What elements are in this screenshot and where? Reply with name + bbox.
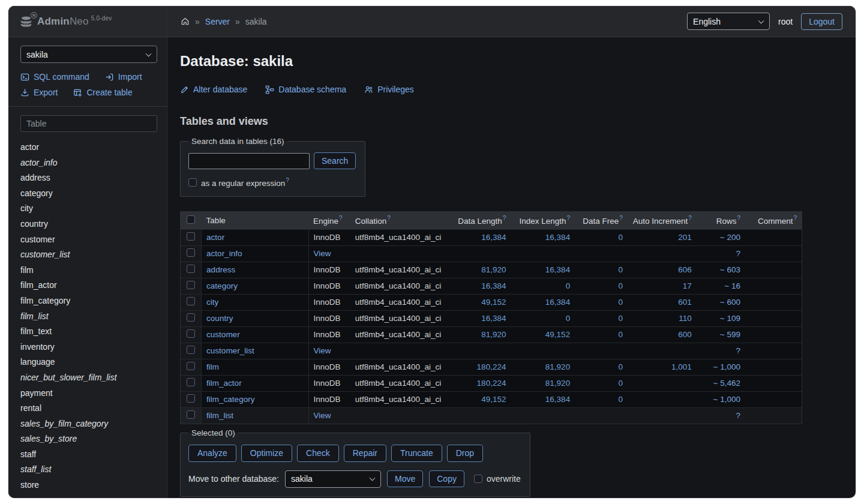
sidebar-table-link[interactable]: city	[20, 201, 157, 217]
table-name-link[interactable]: country	[206, 314, 233, 323]
sidebar-table-link[interactable]: language	[20, 355, 157, 370]
copy-button[interactable]: Copy	[429, 470, 464, 487]
table-name-link[interactable]: category	[206, 281, 238, 290]
operation-button[interactable]: Truncate	[391, 445, 442, 462]
sidebar-table-link[interactable]: film_actor	[20, 278, 157, 293]
help-icon[interactable]: ?	[387, 215, 391, 221]
auto-increment-cell	[628, 343, 697, 359]
table-name-link[interactable]: address	[206, 265, 235, 274]
rows-count-link[interactable]: ~ 599	[720, 330, 740, 339]
table-name-link[interactable]: actor	[206, 233, 224, 242]
sidebar-table-link[interactable]: staff_list	[20, 462, 157, 478]
logout-button[interactable]: Logout	[801, 13, 842, 30]
breadcrumb-server-link[interactable]: Server	[205, 17, 230, 26]
help-icon[interactable]: ?	[339, 215, 343, 221]
operation-button[interactable]: Analyze	[188, 445, 236, 462]
export-link[interactable]: Export	[20, 88, 58, 97]
database-schema-link[interactable]: Database schema	[265, 85, 346, 94]
language-select[interactable]: English	[687, 13, 770, 30]
table-name-link[interactable]: film_list	[206, 411, 233, 420]
row-checkbox[interactable]	[187, 410, 195, 419]
operation-button[interactable]: Drop	[447, 445, 483, 462]
sidebar-table-link[interactable]: staff	[20, 447, 157, 463]
privileges-link[interactable]: Privileges	[364, 85, 414, 94]
sidebar-table-link[interactable]: film	[20, 263, 157, 278]
table-name-link[interactable]: actor_info	[206, 249, 242, 258]
sidebar-table-link[interactable]: actor_info	[20, 155, 157, 171]
sidebar-table-link[interactable]: payment	[20, 386, 157, 401]
row-checkbox[interactable]	[187, 329, 195, 338]
engine-value: View	[314, 411, 331, 420]
sidebar-table-link[interactable]: sales_by_film_category	[20, 416, 157, 432]
index-length-cell: 16,384	[511, 294, 575, 310]
row-checkbox[interactable]	[187, 378, 195, 386]
help-icon[interactable]: ?	[793, 215, 797, 221]
sidebar-table-link[interactable]: film_category	[20, 293, 157, 309]
help-icon[interactable]: ?	[688, 215, 692, 221]
sidebar-table-link[interactable]: actor	[20, 140, 157, 155]
row-checkbox[interactable]	[187, 248, 195, 257]
row-checkbox[interactable]	[187, 232, 195, 241]
table-name-link[interactable]: film	[206, 362, 219, 371]
sidebar-table-link[interactable]: category	[20, 186, 157, 202]
sidebar-table-link[interactable]: inventory	[20, 340, 157, 355]
operation-button[interactable]: Check	[297, 445, 339, 462]
operation-button[interactable]: Repair	[344, 445, 386, 462]
search-input[interactable]	[188, 153, 310, 169]
index-length-cell	[511, 407, 575, 424]
select-all-checkbox[interactable]	[187, 215, 195, 224]
sidebar-table-link[interactable]: sales_by_store	[20, 431, 157, 447]
table-filter-input[interactable]	[20, 115, 157, 132]
sidebar-table-link[interactable]: film_list	[20, 309, 157, 325]
sidebar-table-link[interactable]: customer	[20, 232, 157, 248]
sidebar-table-link[interactable]: customer_list	[20, 247, 157, 263]
help-icon[interactable]: ?	[286, 177, 289, 184]
data-free-cell: 0	[575, 310, 628, 326]
rows-count-link[interactable]: ~ 600	[720, 298, 740, 307]
rows-count-link[interactable]: ~ 1,000	[713, 395, 740, 404]
row-checkbox[interactable]	[187, 281, 195, 289]
alter-database-link[interactable]: Alter database	[180, 85, 247, 94]
row-checkbox[interactable]	[187, 265, 195, 273]
home-icon[interactable]	[181, 17, 190, 26]
operation-button[interactable]: Optimize	[241, 445, 292, 462]
sql-command-link[interactable]: SQL command	[20, 72, 89, 82]
row-checkbox[interactable]	[187, 313, 195, 322]
table-name-link[interactable]: customer_list	[206, 346, 254, 355]
help-icon[interactable]: ?	[503, 215, 506, 221]
rows-count-link[interactable]: ?	[736, 346, 740, 355]
help-icon[interactable]: ?	[619, 215, 623, 221]
table-name-link[interactable]: film_actor	[206, 379, 242, 388]
sidebar-table-link[interactable]: country	[20, 217, 157, 232]
sidebar-table-link[interactable]: rental	[20, 401, 157, 416]
rows-count-link[interactable]: ~ 5,462	[713, 379, 740, 388]
rows-count-link[interactable]: ~ 109	[720, 314, 740, 323]
move-button[interactable]: Move	[387, 470, 423, 487]
sidebar-table-link[interactable]: nicer_but_slower_film_list	[20, 370, 157, 386]
search-button[interactable]: Search	[314, 152, 356, 169]
regex-checkbox[interactable]	[188, 178, 197, 187]
sidebar-table-link[interactable]: address	[20, 170, 157, 186]
database-select[interactable]: sakila	[20, 46, 157, 63]
rows-count-link[interactable]: ~ 603	[720, 265, 740, 274]
row-checkbox[interactable]	[187, 362, 195, 370]
import-link[interactable]: Import	[105, 72, 142, 82]
rows-count-link[interactable]: ?	[736, 249, 740, 258]
rows-count-link[interactable]: ~ 16	[724, 281, 740, 290]
rows-count-link[interactable]: ~ 200	[720, 233, 740, 242]
overwrite-checkbox[interactable]	[474, 475, 482, 483]
help-icon[interactable]: ?	[567, 215, 571, 221]
table-name-link[interactable]: film_category	[206, 395, 254, 404]
row-checkbox[interactable]	[187, 394, 195, 403]
sidebar-table-link[interactable]: store	[20, 478, 157, 493]
rows-count-link[interactable]: ?	[736, 411, 740, 420]
row-checkbox[interactable]	[187, 297, 195, 305]
create-table-link[interactable]: Create table	[73, 88, 132, 97]
sidebar-table-link[interactable]: film_text	[20, 324, 157, 340]
move-database-select[interactable]: sakila	[285, 470, 381, 488]
table-name-link[interactable]: city	[206, 298, 218, 307]
row-checkbox[interactable]	[187, 346, 195, 354]
table-name-link[interactable]: customer	[206, 330, 240, 339]
help-icon[interactable]: ?	[737, 215, 740, 221]
rows-count-link[interactable]: ~ 1,000	[713, 362, 740, 371]
